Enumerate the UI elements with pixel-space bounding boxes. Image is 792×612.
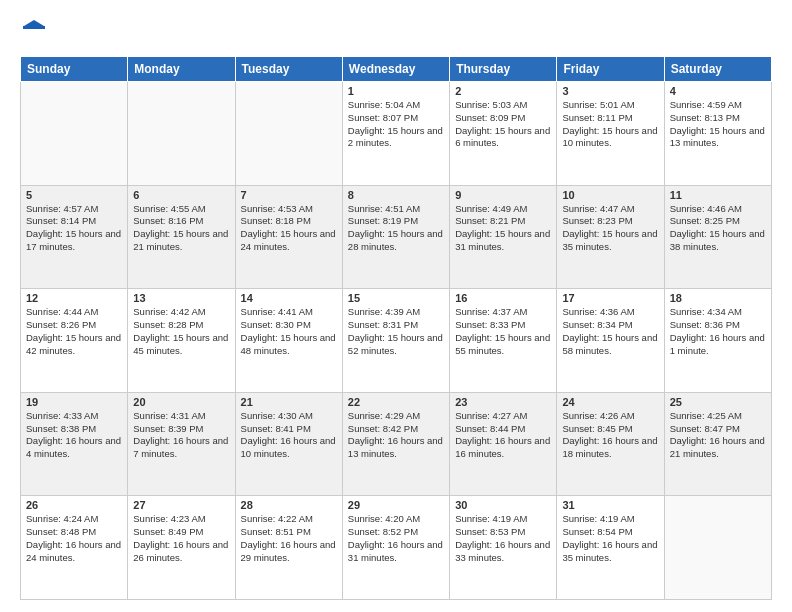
weekday-header-saturday: Saturday	[664, 57, 771, 82]
calendar-cell: 27Sunrise: 4:23 AM Sunset: 8:49 PM Dayli…	[128, 496, 235, 600]
day-number: 4	[670, 85, 766, 97]
calendar-cell: 24Sunrise: 4:26 AM Sunset: 8:45 PM Dayli…	[557, 392, 664, 496]
calendar-cell: 16Sunrise: 4:37 AM Sunset: 8:33 PM Dayli…	[450, 289, 557, 393]
calendar-cell: 3Sunrise: 5:01 AM Sunset: 8:11 PM Daylig…	[557, 82, 664, 186]
week-row-4: 19Sunrise: 4:33 AM Sunset: 8:38 PM Dayli…	[21, 392, 772, 496]
day-info: Sunrise: 4:44 AM Sunset: 8:26 PM Dayligh…	[26, 306, 122, 357]
day-number: 16	[455, 292, 551, 304]
calendar-cell: 17Sunrise: 4:36 AM Sunset: 8:34 PM Dayli…	[557, 289, 664, 393]
day-number: 5	[26, 189, 122, 201]
day-number: 11	[670, 189, 766, 201]
day-number: 12	[26, 292, 122, 304]
calendar-cell: 19Sunrise: 4:33 AM Sunset: 8:38 PM Dayli…	[21, 392, 128, 496]
day-number: 15	[348, 292, 444, 304]
day-number: 28	[241, 499, 337, 511]
day-info: Sunrise: 4:53 AM Sunset: 8:18 PM Dayligh…	[241, 203, 337, 254]
day-info: Sunrise: 4:19 AM Sunset: 8:53 PM Dayligh…	[455, 513, 551, 564]
day-number: 9	[455, 189, 551, 201]
day-number: 27	[133, 499, 229, 511]
day-info: Sunrise: 4:46 AM Sunset: 8:25 PM Dayligh…	[670, 203, 766, 254]
calendar-cell: 6Sunrise: 4:55 AM Sunset: 8:16 PM Daylig…	[128, 185, 235, 289]
logo	[20, 18, 52, 46]
day-number: 31	[562, 499, 658, 511]
day-info: Sunrise: 4:19 AM Sunset: 8:54 PM Dayligh…	[562, 513, 658, 564]
day-number: 3	[562, 85, 658, 97]
day-info: Sunrise: 4:39 AM Sunset: 8:31 PM Dayligh…	[348, 306, 444, 357]
day-number: 30	[455, 499, 551, 511]
calendar-cell: 13Sunrise: 4:42 AM Sunset: 8:28 PM Dayli…	[128, 289, 235, 393]
day-info: Sunrise: 4:37 AM Sunset: 8:33 PM Dayligh…	[455, 306, 551, 357]
calendar-cell	[21, 82, 128, 186]
weekday-header-sunday: Sunday	[21, 57, 128, 82]
day-number: 20	[133, 396, 229, 408]
day-info: Sunrise: 4:26 AM Sunset: 8:45 PM Dayligh…	[562, 410, 658, 461]
day-number: 1	[348, 85, 444, 97]
calendar-cell	[235, 82, 342, 186]
day-number: 22	[348, 396, 444, 408]
calendar-cell: 31Sunrise: 4:19 AM Sunset: 8:54 PM Dayli…	[557, 496, 664, 600]
day-info: Sunrise: 4:41 AM Sunset: 8:30 PM Dayligh…	[241, 306, 337, 357]
week-row-3: 12Sunrise: 4:44 AM Sunset: 8:26 PM Dayli…	[21, 289, 772, 393]
calendar-cell: 7Sunrise: 4:53 AM Sunset: 8:18 PM Daylig…	[235, 185, 342, 289]
day-number: 14	[241, 292, 337, 304]
calendar-cell: 9Sunrise: 4:49 AM Sunset: 8:21 PM Daylig…	[450, 185, 557, 289]
calendar-cell: 30Sunrise: 4:19 AM Sunset: 8:53 PM Dayli…	[450, 496, 557, 600]
weekday-header-monday: Monday	[128, 57, 235, 82]
calendar-cell: 25Sunrise: 4:25 AM Sunset: 8:47 PM Dayli…	[664, 392, 771, 496]
calendar-cell: 8Sunrise: 4:51 AM Sunset: 8:19 PM Daylig…	[342, 185, 449, 289]
week-row-1: 1Sunrise: 5:04 AM Sunset: 8:07 PM Daylig…	[21, 82, 772, 186]
page: SundayMondayTuesdayWednesdayThursdayFrid…	[0, 0, 792, 612]
day-number: 18	[670, 292, 766, 304]
calendar-cell: 23Sunrise: 4:27 AM Sunset: 8:44 PM Dayli…	[450, 392, 557, 496]
day-info: Sunrise: 4:49 AM Sunset: 8:21 PM Dayligh…	[455, 203, 551, 254]
day-number: 10	[562, 189, 658, 201]
day-info: Sunrise: 4:20 AM Sunset: 8:52 PM Dayligh…	[348, 513, 444, 564]
day-number: 13	[133, 292, 229, 304]
calendar-cell: 12Sunrise: 4:44 AM Sunset: 8:26 PM Dayli…	[21, 289, 128, 393]
day-info: Sunrise: 4:27 AM Sunset: 8:44 PM Dayligh…	[455, 410, 551, 461]
calendar-cell: 14Sunrise: 4:41 AM Sunset: 8:30 PM Dayli…	[235, 289, 342, 393]
weekday-header-tuesday: Tuesday	[235, 57, 342, 82]
day-info: Sunrise: 4:29 AM Sunset: 8:42 PM Dayligh…	[348, 410, 444, 461]
calendar-cell: 1Sunrise: 5:04 AM Sunset: 8:07 PM Daylig…	[342, 82, 449, 186]
day-info: Sunrise: 4:30 AM Sunset: 8:41 PM Dayligh…	[241, 410, 337, 461]
day-info: Sunrise: 4:57 AM Sunset: 8:14 PM Dayligh…	[26, 203, 122, 254]
week-row-2: 5Sunrise: 4:57 AM Sunset: 8:14 PM Daylig…	[21, 185, 772, 289]
day-number: 26	[26, 499, 122, 511]
day-info: Sunrise: 4:59 AM Sunset: 8:13 PM Dayligh…	[670, 99, 766, 150]
calendar-cell	[128, 82, 235, 186]
day-info: Sunrise: 4:55 AM Sunset: 8:16 PM Dayligh…	[133, 203, 229, 254]
calendar-cell: 2Sunrise: 5:03 AM Sunset: 8:09 PM Daylig…	[450, 82, 557, 186]
day-info: Sunrise: 4:51 AM Sunset: 8:19 PM Dayligh…	[348, 203, 444, 254]
weekday-header-wednesday: Wednesday	[342, 57, 449, 82]
calendar-cell: 28Sunrise: 4:22 AM Sunset: 8:51 PM Dayli…	[235, 496, 342, 600]
day-number: 29	[348, 499, 444, 511]
calendar-cell: 11Sunrise: 4:46 AM Sunset: 8:25 PM Dayli…	[664, 185, 771, 289]
day-info: Sunrise: 4:34 AM Sunset: 8:36 PM Dayligh…	[670, 306, 766, 357]
day-number: 6	[133, 189, 229, 201]
calendar-cell: 18Sunrise: 4:34 AM Sunset: 8:36 PM Dayli…	[664, 289, 771, 393]
day-info: Sunrise: 4:47 AM Sunset: 8:23 PM Dayligh…	[562, 203, 658, 254]
day-number: 2	[455, 85, 551, 97]
day-info: Sunrise: 4:42 AM Sunset: 8:28 PM Dayligh…	[133, 306, 229, 357]
day-info: Sunrise: 4:31 AM Sunset: 8:39 PM Dayligh…	[133, 410, 229, 461]
day-number: 23	[455, 396, 551, 408]
day-info: Sunrise: 4:22 AM Sunset: 8:51 PM Dayligh…	[241, 513, 337, 564]
day-info: Sunrise: 4:24 AM Sunset: 8:48 PM Dayligh…	[26, 513, 122, 564]
calendar-cell: 15Sunrise: 4:39 AM Sunset: 8:31 PM Dayli…	[342, 289, 449, 393]
weekday-header-friday: Friday	[557, 57, 664, 82]
day-info: Sunrise: 5:04 AM Sunset: 8:07 PM Dayligh…	[348, 99, 444, 150]
svg-rect-2	[23, 26, 45, 29]
calendar-cell: 22Sunrise: 4:29 AM Sunset: 8:42 PM Dayli…	[342, 392, 449, 496]
day-number: 25	[670, 396, 766, 408]
calendar-cell: 21Sunrise: 4:30 AM Sunset: 8:41 PM Dayli…	[235, 392, 342, 496]
calendar-cell: 29Sunrise: 4:20 AM Sunset: 8:52 PM Dayli…	[342, 496, 449, 600]
day-number: 19	[26, 396, 122, 408]
day-info: Sunrise: 4:25 AM Sunset: 8:47 PM Dayligh…	[670, 410, 766, 461]
calendar-cell	[664, 496, 771, 600]
day-number: 8	[348, 189, 444, 201]
calendar-cell: 26Sunrise: 4:24 AM Sunset: 8:48 PM Dayli…	[21, 496, 128, 600]
calendar-table: SundayMondayTuesdayWednesdayThursdayFrid…	[20, 56, 772, 600]
generalblue-logo-icon	[20, 18, 48, 46]
day-info: Sunrise: 5:03 AM Sunset: 8:09 PM Dayligh…	[455, 99, 551, 150]
